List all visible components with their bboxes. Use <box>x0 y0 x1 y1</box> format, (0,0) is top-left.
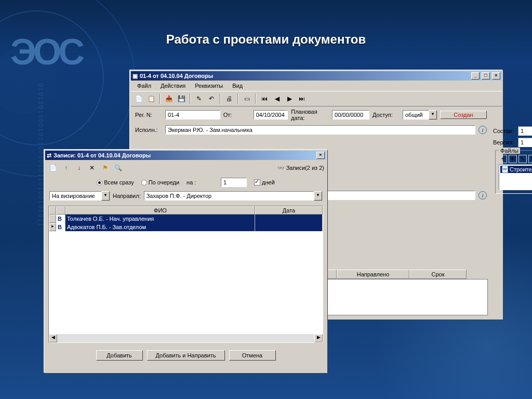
delete-icon[interactable]: ✕ <box>86 162 98 174</box>
access-combo[interactable]: общий ▼ <box>403 110 437 119</box>
ot-field[interactable]: 04/10/2004 <box>254 110 288 119</box>
close-button[interactable]: × <box>492 72 500 79</box>
row-fio: Толкачев О.Е. - Нач. управления <box>65 215 255 223</box>
file-delete-icon[interactable]: ✕ <box>528 155 532 163</box>
row-type: В <box>56 215 65 223</box>
main-toolbar: 📄 📋 📥 💾 ✎ ↶ 🖨 ▭ ⏮ ◀ ▶ ⏭ <box>131 91 502 107</box>
radio-icon <box>141 180 147 185</box>
checkbox-icon <box>254 179 260 185</box>
row-fio: Адвокатов П.Б. - Зав.отделом <box>65 223 255 231</box>
row-date <box>255 223 323 231</box>
menubar: Файл Действия Реквизиты Вид <box>131 81 502 91</box>
scroll-right-icon[interactable]: ▶ <box>314 334 323 342</box>
popup-titlebar[interactable]: ⇄ Записи: 01-4 от 04.10.04 Договоры × <box>45 151 326 160</box>
napravil-combo[interactable]: Захаров П.Ф. - Директор ▼ <box>144 191 322 201</box>
records-table: ФИО Дата В Толкачев О.Е. - Нач. управлен… <box>48 206 323 343</box>
file-view-icon[interactable]: 👁 <box>509 155 517 163</box>
paste-icon[interactable]: 📥 <box>163 93 175 104</box>
ot-label: От: <box>223 112 250 118</box>
row-marker <box>49 215 56 223</box>
menu-requisites[interactable]: Реквизиты <box>191 82 227 90</box>
plan-date-label: Плановая дата: <box>291 109 329 121</box>
menu-file[interactable]: Файл <box>133 82 155 90</box>
save-icon[interactable]: 💾 <box>176 93 187 104</box>
menu-actions[interactable]: Действия <box>156 82 190 90</box>
add-button[interactable]: Добавить <box>96 350 143 361</box>
chevron-down-icon[interactable]: ▼ <box>314 191 322 201</box>
radio-icon <box>97 180 102 185</box>
radio-queue[interactable]: По очереди <box>141 179 179 185</box>
col-deadline[interactable]: Срок <box>409 270 467 279</box>
first-icon[interactable]: ⏮ <box>259 93 270 104</box>
prev-icon[interactable]: ◀ <box>271 93 283 104</box>
chevron-down-icon[interactable]: ▼ <box>101 191 110 201</box>
popup-toolbar: 📄 ↑ ↓ ✕ ⚑ 🔍 👓 Записи(2 из 2) <box>45 160 326 176</box>
print-icon[interactable]: 🖨 <box>223 93 235 104</box>
menu-view[interactable]: Вид <box>228 82 247 90</box>
chevron-down-icon[interactable]: ▼ <box>429 110 437 119</box>
undo-icon[interactable]: ↶ <box>206 93 217 104</box>
row-marker-current: ▸ <box>49 223 56 231</box>
minimize-button[interactable]: _ <box>471 72 480 79</box>
reg-n-field[interactable]: 01-4 <box>165 110 220 119</box>
popup-close-button[interactable]: × <box>316 152 325 159</box>
col-date[interactable]: Дата <box>255 206 323 215</box>
sostav-field[interactable]: 1 <box>518 126 532 136</box>
window-icon[interactable]: ▭ <box>241 93 252 104</box>
maximize-button[interactable]: □ <box>482 72 490 79</box>
down-arrow-icon[interactable]: ↓ <box>73 162 85 174</box>
na-field[interactable]: 1 <box>221 178 247 187</box>
popup-window: ⇄ Записи: 01-4 от 04.10.04 Договоры × 📄 … <box>44 150 327 373</box>
popup-title: Записи: 01-4 от 04.10.04 Договоры <box>54 152 151 158</box>
next-icon[interactable]: ▶ <box>284 93 295 104</box>
direction-combo[interactable]: На визирование ▼ <box>49 191 110 201</box>
files-list[interactable]: Строитель.doc <box>499 164 532 190</box>
table-row[interactable]: В Толкачев О.Е. - Нач. управления <box>49 215 323 223</box>
days-check[interactable]: дней <box>254 179 275 185</box>
status-button[interactable]: Создан <box>440 111 487 119</box>
reg-n-label: Рег. N: <box>135 112 162 118</box>
main-titlebar[interactable]: ▣ 01-4 от 04.10.04 Договоры _ □ × <box>131 71 502 81</box>
scroll-left-icon[interactable]: ◀ <box>49 334 57 342</box>
last-icon[interactable]: ⏭ <box>296 93 308 104</box>
version-combo[interactable]: 1 ▼ <box>518 138 532 147</box>
row-date <box>255 215 323 223</box>
flag-icon[interactable]: ⚑ <box>99 162 111 174</box>
page-title: Работа с проектами документов <box>0 32 532 47</box>
new-record-icon[interactable]: 📄 <box>47 162 59 174</box>
file-item[interactable]: Строитель.doc <box>500 166 532 173</box>
add-send-button[interactable]: Добавить и Направить <box>147 350 225 361</box>
access-label: Доступ: <box>373 112 400 118</box>
version-label: Версия: <box>493 139 515 145</box>
find-icon[interactable]: 🔍 <box>112 162 124 174</box>
ispoln-field[interactable]: Экерман Р.Ю. - Зам.начальника <box>165 125 475 135</box>
info-icon[interactable]: i <box>478 191 487 200</box>
word-doc-icon <box>502 166 508 173</box>
plan-date-field[interactable]: 00/00/0000 <box>332 110 369 119</box>
ispoln-label: Исполн.: <box>135 127 162 133</box>
copy-icon[interactable]: 📋 <box>145 93 157 104</box>
file-add-icon[interactable]: + <box>499 155 507 163</box>
col-fio[interactable]: ФИО <box>65 206 255 215</box>
records-count: Записи(2 из 2) <box>286 165 324 171</box>
app-icon: ▣ <box>132 73 138 79</box>
radio-all[interactable]: Всем сразу <box>97 179 134 185</box>
new-icon[interactable]: 📄 <box>133 93 144 104</box>
files-fieldset: Файлы + 👁 ✎ ✕ 🔒 Строитель.doc <box>495 150 532 194</box>
edit-icon[interactable]: ✎ <box>193 93 205 104</box>
h-scrollbar[interactable]: ◀ ▶ <box>49 334 323 342</box>
col-sent[interactable]: Направлено <box>337 270 409 279</box>
sostav-label: Состав: <box>493 128 515 134</box>
up-arrow-icon[interactable]: ↑ <box>60 162 72 174</box>
popup-icon: ⇄ <box>47 152 51 159</box>
na-label: на : <box>187 179 214 185</box>
files-legend: Файлы <box>499 148 520 154</box>
row-type: В <box>56 223 65 231</box>
glasses-icon: 👓 <box>277 165 285 171</box>
info-icon[interactable]: i <box>478 126 487 134</box>
file-edit-icon[interactable]: ✎ <box>518 155 527 163</box>
table-row[interactable]: ▸ В Адвокатов П.Б. - Зав.отделом <box>49 223 323 231</box>
main-window-title: 01-4 от 04.10.04 Договоры <box>140 73 213 79</box>
records-tbody[interactable]: В Толкачев О.Е. - Нач. управления ▸ В Ад… <box>49 215 323 334</box>
cancel-button[interactable]: Отмена <box>229 350 276 361</box>
